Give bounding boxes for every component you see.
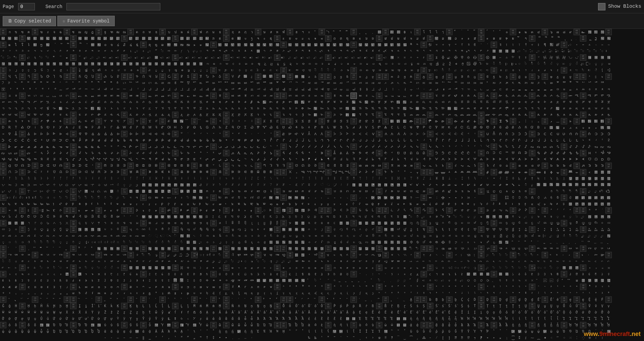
char-cell[interactable]: ᝵ [134,188,140,194]
char-cell[interactable]: ᜊ [64,182,70,188]
char-cell[interactable]: ᧨ [459,226,465,233]
char-cell[interactable]: Ც [64,277,70,284]
char-cell[interactable]: ᬱ [108,252,115,258]
char-cell[interactable]: ᤋ [274,214,280,220]
char-cell[interactable]: Ề [408,309,414,316]
char-cell[interactable]: ຽ [593,35,599,42]
char-cell[interactable]: ᄕ [134,80,140,86]
char-cell[interactable]: ᒶ [548,137,554,144]
char-cell[interactable]: 1E33 [121,303,127,309]
char-cell[interactable]: စ [236,61,242,67]
char-cell[interactable]: ᛯ [503,175,510,182]
char-cell[interactable]: ᔉ [465,144,472,150]
char-cell[interactable]: ๞ [599,29,605,35]
char-cell[interactable]: Ꮚ [268,124,274,131]
char-cell[interactable]: ᧂ [217,226,223,233]
char-cell[interactable]: ᅴ [127,86,134,93]
char-cell[interactable]: ᆐ [306,86,312,93]
char-cell[interactable]: ᣥ [32,214,38,220]
char-cell[interactable]: ኳ [325,105,331,112]
char-cell[interactable]: ๽ [185,35,191,42]
char-cell[interactable]: ᥟ [198,220,204,226]
char-cell[interactable]: ๛ [580,29,586,35]
char-cell[interactable]: ᣜ [586,207,593,214]
char-cell[interactable]: 1082 [421,67,427,73]
char-cell[interactable]: ᠒ [523,194,529,201]
char-cell[interactable]: ᘛ [376,163,382,169]
char-cell[interactable]: ῥ [440,328,446,335]
char-cell[interactable]: ᥠ [204,220,210,226]
char-cell[interactable]: ᫩ [261,245,268,252]
char-cell[interactable]: ᓆ [38,144,45,150]
char-cell[interactable]: ᮿ [401,258,408,265]
char-cell[interactable]: ᗸ [153,163,159,169]
char-cell[interactable]: ဦ [446,61,452,67]
char-cell[interactable]: ᇪ [268,93,274,99]
char-cell[interactable]: ከ [255,105,261,112]
char-cell[interactable]: ጐ [306,112,312,118]
copy-selected-button[interactable]: 🗎 Copy selected [3,16,56,26]
char-cell[interactable]: ᆸ [561,86,567,93]
char-cell[interactable]: ቴ [535,99,542,105]
char-cell[interactable]: ᧹ [567,226,574,233]
char-cell[interactable]: ឩ [465,188,472,194]
char-cell[interactable]: ᑺ [166,137,172,144]
char-cell[interactable]: ṹ [567,303,574,309]
char-cell[interactable]: Ồ [523,309,529,316]
char-cell[interactable]: ᝭ [83,188,89,194]
char-cell[interactable]: ༁ [414,42,421,48]
char-cell[interactable]: ᅏ [503,80,510,86]
char-cell[interactable]: ᛇ [249,175,255,182]
char-cell[interactable]: ᳇ [249,277,255,284]
char-cell[interactable] [25,335,32,341]
char-cell[interactable]: ᑐ [510,131,516,137]
char-cell[interactable]: ᖆ [38,156,45,163]
char-cell[interactable]: ᴁ [6,284,13,290]
char-cell[interactable]: 1883 [19,207,25,214]
char-cell[interactable]: 0E46 [446,29,452,35]
char-cell[interactable]: ᵣ [19,290,25,296]
char-cell[interactable]: ༰ [102,48,108,54]
char-cell[interactable]: ᾚ [574,322,580,328]
char-cell[interactable]: ᯹ [159,265,166,271]
char-cell[interactable]: ᚦ [38,175,45,182]
char-cell[interactable]: လ [382,61,389,67]
char-cell[interactable]: ᐭ [287,131,293,137]
char-cell[interactable]: ༨ [51,48,57,54]
char-cell[interactable]: ྦ [242,54,249,61]
char-cell[interactable]: ᑩ [57,137,64,144]
char-cell[interactable]: ‖ [140,335,147,341]
char-cell[interactable]: ᅞ [599,80,605,86]
char-cell[interactable]: ៸ [357,194,363,201]
char-cell[interactable]: ᐀ [0,131,6,137]
char-cell[interactable]: 14D6 [140,144,147,150]
char-cell[interactable]: ዴ [127,112,134,118]
char-cell[interactable]: ᣤ [25,214,32,220]
char-cell[interactable]: ၣ [223,67,229,73]
char-cell[interactable]: ᭎ [293,252,300,258]
char-cell[interactable]: ᥍ [83,220,89,226]
char-cell[interactable]: ᭌ [280,252,287,258]
char-cell[interactable]: 166C [280,169,287,175]
char-cell[interactable]: ᙏ [96,169,102,175]
char-cell[interactable]: ᇧ [249,93,255,99]
char-cell[interactable]: Ḵ [127,303,134,309]
char-cell[interactable]: ᪆ [242,239,249,245]
char-cell[interactable]: ዔ [535,105,542,112]
char-cell[interactable]: ᘾ [599,163,605,169]
char-cell[interactable]: ᡮ [497,201,503,207]
char-cell[interactable]: ᴒ [115,284,121,290]
char-cell[interactable]: ᢾ [395,207,401,214]
char-cell[interactable]: ᙥ [236,169,242,175]
char-cell[interactable]: ᰈ [255,265,261,271]
char-cell[interactable]: ፝ [185,118,191,124]
char-cell[interactable]: ំ [38,194,45,201]
char-cell[interactable]: ᅨ [51,86,57,93]
char-cell[interactable]: ໶ [344,42,351,48]
char-cell[interactable]: ᢗ [147,207,153,214]
char-cell[interactable]: ᱻ [376,271,382,277]
char-cell[interactable]: ᗏ [503,156,510,163]
char-cell[interactable]: Ṍ [280,303,287,309]
char-cell[interactable]: Ⴘ [153,73,159,80]
char-cell[interactable]: 0E3C [382,29,389,35]
